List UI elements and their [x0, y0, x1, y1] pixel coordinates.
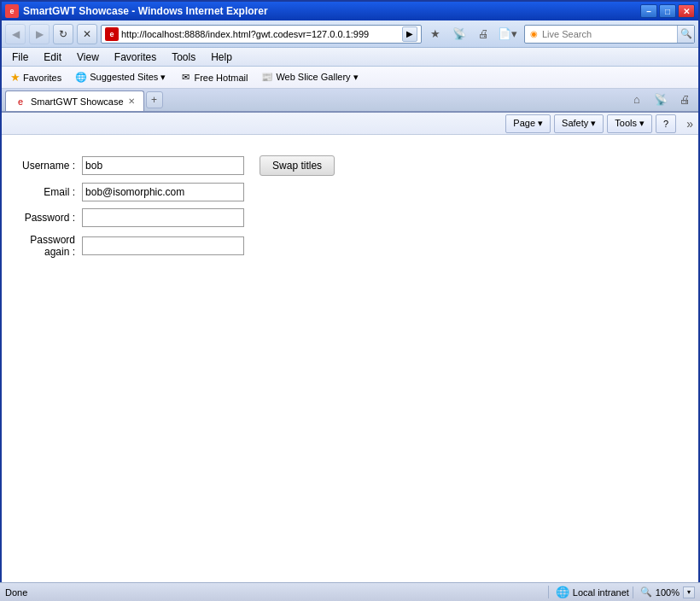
password-again-input-cell	[79, 230, 248, 261]
password-again-row: Passwordagain :	[19, 230, 338, 261]
menu-view[interactable]: View	[70, 50, 106, 65]
tools-label: Tools ▾	[615, 118, 645, 129]
main-content: Username : Swap titles Email : Password	[2, 135, 698, 278]
zoom-dropdown-button[interactable]: ▾	[683, 586, 695, 598]
search-input[interactable]	[542, 29, 677, 39]
title-bar: e SmartGWT Showcase - Windows Internet E…	[2, 2, 698, 20]
safety-menu-button[interactable]: Safety ▾	[554, 114, 604, 133]
stop-button[interactable]: ✕	[77, 24, 97, 44]
username-label: Username :	[19, 152, 79, 179]
new-tab-button[interactable]: +	[146, 91, 163, 108]
email-input[interactable]	[82, 183, 244, 201]
zoom-icon: 🔍	[640, 586, 652, 598]
free-hotmail-label: Free Hotmail	[194, 73, 248, 83]
browser-window: e SmartGWT Showcase - Windows Internet E…	[0, 0, 700, 601]
menu-favorites[interactable]: Favorites	[108, 50, 163, 65]
refresh-button[interactable]: ↻	[53, 24, 73, 44]
password-input[interactable]	[82, 208, 244, 227]
email-row: Email :	[19, 179, 338, 205]
favorites-item[interactable]: ★ Favorites	[7, 70, 65, 85]
search-brand-icon: ◉	[525, 26, 542, 43]
minimize-button[interactable]: –	[640, 4, 657, 18]
close-button[interactable]: ✕	[678, 4, 695, 18]
menu-edit[interactable]: Edit	[37, 50, 68, 65]
zoom-indicator: 🔍 100% ▾	[633, 586, 695, 598]
favorites-star: ★	[10, 71, 20, 84]
active-tab[interactable]: e SmartGWT Showcase ✕	[5, 90, 144, 111]
web-slice-icon: 📰	[261, 72, 273, 84]
menu-tools[interactable]: Tools	[165, 50, 202, 65]
email-input-cell	[79, 179, 248, 205]
tab-close-button[interactable]: ✕	[128, 96, 135, 106]
zone-icon: 🌐	[556, 586, 569, 598]
search-bar: ◉ 🔍	[524, 25, 695, 44]
password-again-input[interactable]	[82, 236, 244, 255]
menu-file[interactable]: File	[5, 50, 35, 65]
print-icon[interactable]: 🖨	[473, 24, 493, 44]
password-again-label: Passwordagain :	[19, 230, 79, 261]
title-bar-left: e SmartGWT Showcase - Windows Internet E…	[5, 4, 268, 18]
address-go-button[interactable]: ▶	[402, 26, 417, 42]
favorites-bar: ★ Favorites 🌐 Suggested Sites ▾ ✉ Free H…	[2, 67, 698, 89]
tab-favicon: e	[15, 96, 26, 108]
back-button[interactable]: ◀	[5, 24, 26, 44]
tab-bar: e SmartGWT Showcase ✕ + ⌂ 📡 🖨	[2, 89, 698, 113]
password-row: Password :	[19, 205, 338, 230]
zone-indicator: 🌐 Local intranet	[548, 586, 629, 598]
page-menu-button[interactable]: Page ▾	[505, 114, 551, 133]
zoom-label: 100%	[656, 587, 680, 598]
maximize-button[interactable]: □	[659, 4, 676, 18]
safety-label: Safety ▾	[562, 118, 596, 129]
print-tab-icon[interactable]: 🖨	[674, 89, 695, 109]
zone-label: Local intranet	[573, 587, 629, 598]
page-icon: e	[105, 27, 119, 41]
web-slice-label: Web Slice Gallery ▾	[276, 72, 358, 83]
title-bar-buttons: – □ ✕	[640, 4, 695, 18]
favorites-label: Favorites	[23, 73, 61, 83]
tab-label: SmartGWT Showcase	[31, 96, 124, 107]
swap-titles-button[interactable]: Swap titles	[260, 155, 335, 176]
password-input-cell	[79, 205, 248, 230]
favorites-star-icon[interactable]: ★	[425, 24, 446, 44]
page-menu-icon[interactable]: 📄▾	[497, 24, 517, 44]
rss-icon[interactable]: 📡	[449, 24, 470, 44]
window-title: SmartGWT Showcase - Windows Internet Exp…	[23, 5, 268, 17]
help-label: ?	[663, 119, 668, 129]
content-area: Username : Swap titles Email : Password	[2, 135, 698, 599]
suggested-sites-label: Suggested Sites ▾	[90, 72, 166, 83]
username-row: Username : Swap titles	[19, 152, 338, 179]
hotmail-icon: ✉	[179, 72, 191, 84]
page-label: Page ▾	[513, 118, 543, 129]
home-icon[interactable]: ⌂	[627, 89, 647, 109]
tools-menu-button[interactable]: Tools ▾	[607, 114, 652, 133]
ie-icon: e	[5, 4, 19, 18]
status-text: Done	[5, 587, 545, 598]
rss-tab-icon[interactable]: 📡	[650, 89, 671, 109]
form-table: Username : Swap titles Email : Password	[19, 152, 338, 261]
toolbar-row: Page ▾ Safety ▾ Tools ▾ ? »	[2, 113, 698, 135]
web-slice-item[interactable]: 📰 Web Slice Gallery ▾	[258, 71, 361, 85]
address-input[interactable]	[121, 29, 402, 39]
address-bar: e ▶	[101, 25, 422, 44]
expand-icon[interactable]: »	[686, 117, 693, 131]
email-label: Email :	[19, 179, 79, 205]
search-go-button[interactable]: 🔍	[677, 26, 694, 43]
suggested-sites-icon: 🌐	[75, 72, 87, 84]
menu-help[interactable]: Help	[204, 50, 239, 65]
nav-bar: ◀ ▶ ↻ ✕ e ▶ ★ 📡 🖨 📄▾ ◉ 🔍	[2, 20, 698, 48]
swap-button-cell: Swap titles	[248, 152, 338, 179]
help-button[interactable]: ?	[656, 114, 676, 133]
password-label: Password :	[19, 205, 79, 230]
free-hotmail-item[interactable]: ✉ Free Hotmail	[176, 71, 251, 85]
suggested-sites-item[interactable]: 🌐 Suggested Sites ▾	[72, 71, 169, 85]
status-bar: Done 🌐 Local intranet 🔍 100% ▾	[0, 582, 700, 601]
username-input[interactable]	[82, 156, 244, 175]
forward-button[interactable]: ▶	[29, 24, 50, 44]
menu-bar: File Edit View Favorites Tools Help	[2, 48, 698, 67]
username-input-cell	[79, 152, 248, 179]
